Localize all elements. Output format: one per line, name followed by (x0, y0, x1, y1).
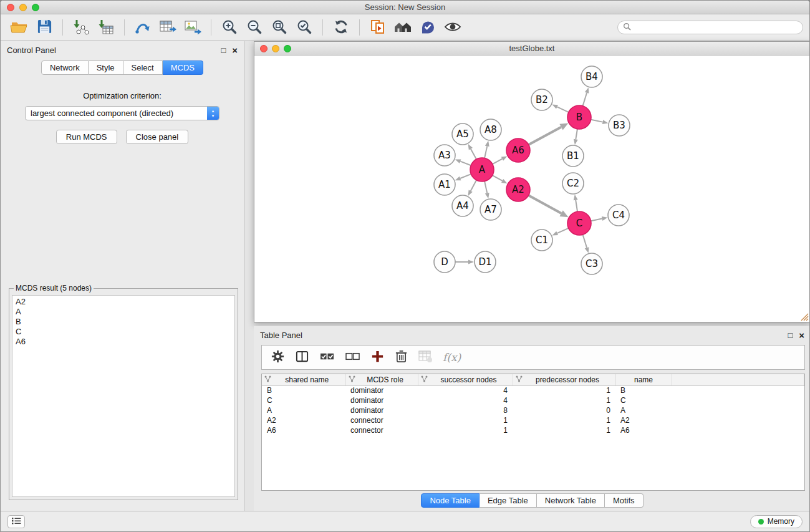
table-cell[interactable]: connector (345, 415, 418, 425)
table-cell[interactable]: 8 (418, 405, 513, 415)
close-window-button[interactable] (7, 4, 14, 11)
search-input[interactable] (634, 23, 798, 32)
graph-edge-C-C3[interactable] (583, 235, 587, 248)
graph-edge-B-B3[interactable] (591, 120, 603, 122)
tab-select[interactable]: Select (123, 60, 163, 75)
table-cell[interactable]: A6 (615, 425, 672, 435)
table-cell[interactable]: C (615, 395, 672, 405)
import-network-button[interactable] (69, 16, 94, 39)
zoom-window-button[interactable] (32, 4, 39, 11)
tab-network-table[interactable]: Network Table (537, 493, 605, 508)
mcds-result-list[interactable]: A2ABCA6 (12, 295, 235, 497)
network-zoom-button[interactable] (284, 45, 291, 52)
save-session-button[interactable] (32, 16, 57, 39)
graph-edge-A6-B[interactable] (529, 127, 561, 145)
table-cell[interactable]: dominator (345, 395, 418, 405)
function-builder-button[interactable]: f(x) (443, 351, 461, 364)
close-panel-button-mcds[interactable]: Close panel (126, 130, 189, 144)
close-panel-button[interactable]: × (232, 46, 238, 54)
memory-button[interactable]: Memory (750, 515, 803, 528)
import-table-disabled-button[interactable] (418, 350, 433, 365)
zoom-selected-button[interactable] (292, 16, 317, 39)
mcds-result-item[interactable]: A2 (16, 297, 231, 307)
graph-edge-A-A1[interactable] (460, 174, 471, 178)
delete-column-button[interactable] (395, 349, 408, 365)
table-cell[interactable]: 0 (513, 405, 615, 415)
graph-edge-A-A6[interactable] (493, 159, 503, 164)
zoom-out-button[interactable] (242, 16, 267, 39)
graph-edge-A-A3[interactable] (460, 162, 471, 166)
graph-edge-A-A7[interactable] (485, 181, 487, 193)
table-settings-button[interactable] (271, 349, 285, 365)
network-canvas[interactable]: B4B2BB3A5A8A6A3B1AC2A1A2A4A7C4CC1C3DD1 (254, 56, 809, 322)
table-float-panel-button[interactable]: □ (788, 331, 793, 339)
new-table-button[interactable] (155, 16, 180, 39)
graph-edge-B-B4[interactable] (583, 93, 587, 106)
tab-mcds[interactable]: MCDS (163, 60, 203, 75)
table-row[interactable]: Bdominator41B (262, 385, 804, 395)
table-cell[interactable]: 1 (513, 425, 615, 435)
mcds-result-item[interactable]: A6 (16, 337, 231, 347)
table-row[interactable]: Adominator80A (262, 405, 804, 415)
tab-motifs[interactable]: Motifs (605, 493, 644, 508)
tab-style[interactable]: Style (89, 60, 123, 75)
table-close-panel-button[interactable]: × (799, 331, 804, 339)
run-mcds-button[interactable]: Run MCDS (56, 130, 117, 144)
table-cell[interactable]: B (262, 385, 345, 395)
column-header-name[interactable]: name (615, 374, 672, 385)
mcds-result-item[interactable]: A (16, 307, 231, 317)
table-cell[interactable]: 4 (418, 395, 513, 405)
table-cell[interactable]: A (262, 405, 345, 415)
graph-edge-A-A4[interactable] (471, 180, 476, 191)
tab-edge-table[interactable]: Edge Table (480, 493, 537, 508)
graph-edge-B-B1[interactable] (576, 129, 577, 140)
table-cell[interactable]: 1 (418, 425, 513, 435)
graph-edge-A2-C[interactable] (529, 195, 561, 213)
table-cell[interactable]: A2 (262, 415, 345, 425)
select-all-columns-button[interactable] (319, 350, 335, 365)
tab-network[interactable]: Network (41, 60, 89, 75)
graph-edge-A-A5[interactable] (471, 149, 476, 160)
table-row[interactable]: Cdominator41C (262, 395, 804, 405)
column-header-predecessor-nodes[interactable]: predecessor nodes (513, 374, 615, 385)
table-cell[interactable]: 1 (513, 395, 615, 405)
first-neighbors-button[interactable] (390, 16, 415, 39)
column-header-successor-nodes[interactable]: successor nodes (418, 374, 513, 385)
table-cell[interactable]: 4 (418, 385, 513, 395)
minimize-window-button[interactable] (19, 4, 27, 11)
column-header-mcds-role[interactable]: MCDS role (345, 374, 418, 385)
show-hide-panels-button[interactable] (440, 16, 465, 39)
new-network-button[interactable] (130, 16, 155, 39)
graph-edge-A-A2[interactable] (493, 175, 503, 181)
create-column-button[interactable] (370, 349, 385, 365)
table-row[interactable]: A6connector11A6 (262, 425, 804, 435)
graph-edge-C-C2[interactable] (576, 200, 577, 212)
annotations-button[interactable] (415, 16, 440, 39)
import-table-button[interactable] (94, 16, 118, 39)
refresh-button[interactable] (329, 16, 354, 39)
table-cell[interactable]: 1 (513, 415, 615, 425)
table-cell[interactable]: 1 (418, 415, 513, 425)
duplicate-window-button[interactable] (365, 16, 390, 39)
unselect-all-columns-button[interactable] (345, 350, 360, 365)
graph-edge-B-B2[interactable] (557, 107, 568, 112)
resize-grip-icon[interactable] (801, 313, 809, 321)
table-cell[interactable]: A2 (615, 415, 672, 425)
export-image-button[interactable] (180, 16, 205, 39)
table-cell[interactable]: C (262, 395, 345, 405)
graph-edge-C-C4[interactable] (591, 218, 602, 221)
tab-node-table[interactable]: Node Table (421, 493, 480, 508)
column-header-shared-name[interactable]: shared name (262, 374, 345, 385)
mcds-result-item[interactable]: B (16, 317, 231, 327)
zoom-in-button[interactable] (217, 16, 242, 39)
table-cell[interactable]: dominator (345, 385, 418, 395)
criterion-dropdown[interactable]: largest connected component (directed) ▴… (25, 106, 219, 120)
open-session-button[interactable] (7, 16, 32, 39)
table-cell[interactable]: dominator (345, 405, 418, 415)
graph-edge-A-A8[interactable] (485, 146, 487, 158)
float-panel-button[interactable]: □ (221, 46, 226, 54)
show-columns-button[interactable] (295, 349, 309, 365)
task-history-button[interactable] (7, 515, 25, 528)
table-cell[interactable]: B (615, 385, 672, 395)
table-cell[interactable]: A6 (262, 425, 345, 435)
